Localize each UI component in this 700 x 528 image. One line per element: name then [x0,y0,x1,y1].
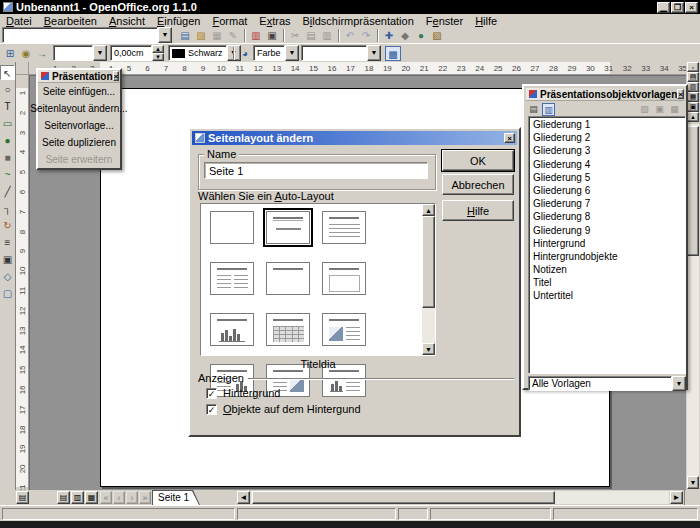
toolbox-close-icon[interactable]: × [113,71,120,81]
last-page-icon[interactable]: » [139,491,151,504]
presentation-styles-icon[interactable]: ▥ [542,103,555,116]
help-button[interactable]: Hilfe [442,200,514,221]
menu-item[interactable]: Ansicht [103,14,151,27]
previous-page-icon[interactable]: ‹ [113,491,125,504]
hscroll-left-icon[interactable]: ◄ [237,491,250,504]
zoom-icon[interactable]: ○ [0,82,15,97]
layout-title-spreadsheet[interactable] [263,310,313,349]
rectangle-icon[interactable]: ▭ [0,116,15,131]
menu-item[interactable]: Datei [0,14,38,27]
graphics-styles-icon[interactable]: ▤ [527,103,540,116]
gallery-icon[interactable]: ▧ [429,28,445,43]
layout-title-clipart-content[interactable] [319,310,369,349]
layout-scroll-down-icon[interactable]: ▼ [422,343,435,355]
scroll-up-icon[interactable]: ▴ [687,112,699,122]
menu-item[interactable]: Format [206,14,253,27]
layout-title-box[interactable] [319,259,369,298]
toolbox-item[interactable]: Seite duplizieren [38,134,120,151]
print-icon[interactable]: ▣ [264,28,280,43]
ellipse-icon[interactable]: ● [0,133,15,148]
style-list-item[interactable]: Gliederung 1 [531,119,685,132]
edit-points-icon[interactable]: ⊞ [2,46,18,61]
style-list-item[interactable]: Untertitel [531,290,685,303]
url-input[interactable] [2,27,158,43]
slides-view-icon[interactable]: ▦ [85,491,98,504]
zoom-icon[interactable]: ◆ [397,28,413,43]
first-page-icon[interactable]: « [100,491,112,504]
menu-item[interactable]: Bearbeiten [38,14,103,27]
line-style-dropdown-icon[interactable]: ▼ [93,45,107,61]
copy-icon[interactable]: ▤ [303,28,319,43]
navigator-icon[interactable]: ✚ [381,28,397,43]
toolbox-item[interactable]: Seite einfügen... [38,83,120,100]
spin-down-icon[interactable]: ▼ [152,53,164,61]
minimize-button[interactable]: ▁ [657,2,670,13]
text-icon[interactable]: T [0,99,15,114]
toolbox-item[interactable]: Seitenvorlage... [38,117,120,134]
layer-view-icon[interactable]: ▤ [687,72,699,82]
redo-icon[interactable]: ↷ [358,28,374,43]
update-style-icon[interactable]: ▦ [668,103,681,116]
style-list-item[interactable]: Notizen [531,264,685,277]
layout-title-chart[interactable] [207,310,257,349]
fill-style-value[interactable] [301,45,367,61]
master-view-icon[interactable]: ▣ [687,102,699,112]
toolbox-title-bar[interactable]: Präsentation × [38,70,120,83]
cut-icon[interactable]: ✂ [287,28,303,43]
save-document-icon[interactable]: ▦ [209,28,225,43]
line-color-value[interactable]: Schwarz [168,45,227,61]
style-list-item[interactable]: Gliederung 8 [531,211,685,224]
paste-icon[interactable]: ▥ [319,28,335,43]
menu-item[interactable]: Einfügen [151,14,206,27]
fill-type-value[interactable]: Farbe [253,45,285,61]
next-page-icon[interactable]: › [126,491,138,504]
style-list-item[interactable]: Gliederung 4 [531,159,685,172]
dialog-close-icon[interactable]: × [504,133,515,143]
effects-icon[interactable]: ◇ [0,269,15,284]
curve-icon[interactable]: ~ [0,167,15,182]
new-style-from-selection-icon[interactable]: ▣ [653,103,666,116]
styles-panel-title-bar[interactable]: Präsentationsobjektvorlagen × [526,88,684,101]
dialog-title-bar[interactable]: Seitenlayout ändern × [192,131,517,145]
undo-icon[interactable]: ↶ [342,28,358,43]
ok-button[interactable]: OK [442,150,514,171]
style-list-item[interactable]: Gliederung 2 [531,132,685,145]
styles-filter-value[interactable]: Alle Vorlagen [528,376,672,391]
line-icon[interactable]: ╱ [0,184,15,199]
style-list-item[interactable]: Gliederung 5 [531,172,685,185]
select-icon[interactable]: ↖ [0,65,15,80]
menu-item[interactable]: Hilfe [469,14,503,27]
new-presentation-icon[interactable]: ▤ [177,28,193,43]
style-list-item[interactable]: Hintergrundobjekte [531,251,685,264]
tab-corner-icon[interactable]: ▤ [16,491,29,504]
fill-style-dropdown-icon[interactable]: ▼ [367,45,381,61]
shadow-toggle-icon[interactable]: ▩ [385,46,401,61]
layout-title-only[interactable] [263,259,313,298]
layout-title-subtitle[interactable] [263,208,313,247]
fill-type-dropdown-icon[interactable]: ▼ [285,45,299,61]
style-list-item[interactable]: Hintergrund [531,238,685,251]
arrow-style-icon[interactable]: → [34,46,50,61]
alignment-icon[interactable]: ≡ [0,235,15,250]
menu-item[interactable]: Fenster [420,14,469,27]
layout-scroll-up-icon[interactable]: ▲ [422,204,435,216]
page-tab[interactable]: Seite 1 [152,490,200,505]
glue-points-icon[interactable]: ◉ [18,46,34,61]
toolbox-item[interactable]: Seite erweitern [38,151,120,168]
layout-scrollbar-thumb[interactable] [422,216,435,308]
style-list-item[interactable]: Gliederung 3 [531,145,685,158]
connector-icon[interactable]: ┐ [0,201,15,216]
rotate-icon[interactable]: ↻ [0,218,15,233]
toolbox-item[interactable]: Seitenlayout ändern... [38,100,120,117]
url-dropdown-icon[interactable]: ▼ [158,27,172,43]
vertical-scrollbar-thumb[interactable] [687,126,699,256]
edit-document-icon[interactable]: ✎ [225,28,241,43]
layout-title-content[interactable] [319,208,369,247]
layout-blank[interactable] [207,208,257,247]
hyperlink-icon[interactable]: ● [413,28,429,43]
line-width-value[interactable]: 0,00cm [110,45,152,61]
style-list-item[interactable]: Titel [531,277,685,290]
style-list-item[interactable]: Gliederung 6 [531,185,685,198]
scroll-down-icon[interactable]: ▼ [687,476,699,489]
spin-up-icon[interactable]: ▲ [152,45,164,53]
